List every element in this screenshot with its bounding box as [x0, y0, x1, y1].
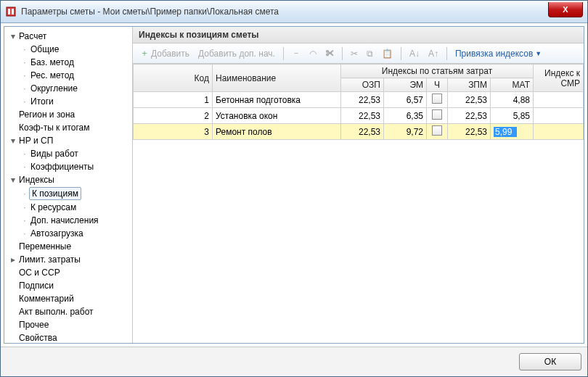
copy-button[interactable]: ⧉ — [364, 47, 376, 60]
expander-icon[interactable]: ▾ — [9, 135, 17, 146]
tree-node[interactable]: ·Округление — [6, 82, 131, 95]
tree-node[interactable]: ·К позициям — [6, 186, 131, 201]
tree-node[interactable]: ·Общие — [6, 43, 131, 56]
tree-node[interactable]: Акт выполн. работ — [6, 305, 131, 318]
checkbox-icon[interactable] — [432, 109, 442, 120]
erase-button[interactable]: ◠ — [306, 47, 319, 60]
app-icon — [5, 6, 17, 17]
table-row[interactable]: 2Установка окон22,536,3522,535,85 — [134, 108, 584, 124]
cell-name[interactable]: Ремонт полов — [213, 124, 341, 140]
cell-mat[interactable]: 4,88 — [491, 92, 534, 108]
col-header-code[interactable]: Код — [134, 65, 213, 92]
cell-smr[interactable] — [534, 108, 584, 124]
tree-bullet-icon: · — [20, 202, 29, 213]
col-header-group-idx[interactable]: Индексы по статьям затрат — [341, 65, 534, 78]
tree-node-label: Коэффициенты — [29, 161, 95, 173]
tree-node[interactable]: ▸Лимит. затраты — [6, 253, 131, 266]
cut-button[interactable]: ✂ — [348, 47, 361, 60]
cell-ozp[interactable]: 22,53 — [341, 92, 384, 108]
cell-name[interactable]: Установка окон — [213, 108, 341, 124]
tree-node[interactable]: ▾Расчет — [6, 30, 131, 43]
bind-indexes-button[interactable]: Привязка индексов ▼ — [452, 47, 544, 60]
checkbox-icon[interactable] — [432, 125, 442, 136]
tree-node-label: Баз. метод — [29, 57, 75, 68]
cell-code[interactable]: 3 — [134, 124, 213, 140]
cell-em[interactable]: 6,35 — [384, 108, 427, 124]
cell-code[interactable]: 1 — [134, 92, 213, 108]
tree-node[interactable]: Подписи — [6, 279, 131, 292]
cell-zpm[interactable]: 22,53 — [448, 124, 491, 140]
sort-desc-button[interactable]: A↑ — [425, 47, 441, 60]
toolbar-separator — [342, 47, 343, 60]
expander-icon[interactable]: ▸ — [9, 254, 17, 265]
checkbox-icon[interactable] — [432, 94, 442, 104]
minus-icon: － — [292, 47, 301, 59]
tree-node[interactable]: ·Виды работ — [6, 147, 131, 160]
cell-zpm[interactable]: 22,53 — [448, 92, 491, 108]
cell-ch[interactable] — [427, 92, 448, 108]
tree-bullet-icon: · — [20, 148, 29, 160]
cell-mat[interactable]: 5,85 — [491, 108, 534, 124]
cell-ch[interactable] — [427, 108, 448, 124]
tree-node[interactable]: ·Доп. начисления — [6, 214, 131, 227]
tree-node[interactable]: ОС и ССР — [6, 266, 131, 279]
tree-node-label: Округление — [29, 83, 79, 94]
tree-node[interactable]: ▾Индексы — [6, 173, 131, 186]
tree-bullet-icon: · — [20, 96, 29, 107]
tree-node-label: К ресурсам — [29, 202, 78, 213]
col-header-name[interactable]: Наименование — [213, 65, 341, 92]
col-header-ozp[interactable]: ОЗП — [341, 78, 384, 92]
tree-node[interactable]: ·Рес. метод — [6, 69, 131, 82]
nav-tree[interactable]: ▾Расчет·Общие·Баз. метод·Рес. метод·Окру… — [4, 27, 133, 343]
add-button[interactable]: ＋ Добавить — [137, 46, 192, 61]
cell-name[interactable]: Бетонная подготовка — [213, 92, 341, 108]
ok-button[interactable]: ОК — [519, 353, 581, 370]
col-header-zpm[interactable]: ЗПМ — [448, 78, 491, 92]
cell-mat[interactable]: 5,99 — [491, 124, 534, 140]
expander-icon[interactable]: ▾ — [9, 174, 17, 186]
tree-node[interactable]: ·Итоги — [6, 95, 131, 108]
tree-node[interactable]: ·Автозагрузка — [6, 227, 131, 240]
col-header-mat[interactable]: МАТ — [491, 78, 534, 92]
tree-node[interactable]: Комментарий — [6, 292, 131, 305]
cell-ch[interactable] — [427, 124, 448, 140]
cell-smr[interactable] — [534, 124, 584, 140]
sort-asc-button[interactable]: A↓ — [407, 47, 422, 60]
table-row[interactable]: 1Бетонная подготовка22,536,5722,534,88 — [134, 92, 584, 108]
add-dop-button[interactable]: Добавить доп. нач. — [195, 47, 278, 60]
tree-node-label: Коэф-ты к итогам — [17, 122, 91, 133]
paste-button[interactable]: 📋 — [379, 47, 396, 60]
tree-bullet-icon: · — [20, 215, 29, 226]
tree-node[interactable]: ▾НР и СП — [6, 134, 131, 147]
col-header-ch[interactable]: Ч — [427, 78, 448, 92]
tree-node[interactable]: Прочее — [6, 318, 131, 331]
col-header-smr[interactable]: Индекс к СМР — [534, 65, 584, 92]
tree-bullet-icon: · — [20, 188, 29, 199]
close-button[interactable]: X — [548, 2, 583, 17]
cell-ozp[interactable]: 22,53 — [341, 124, 384, 140]
tree-node[interactable]: Свойства — [6, 331, 131, 343]
tree-node[interactable]: ·Баз. метод — [6, 56, 131, 69]
tree-node[interactable]: ·К ресурсам — [6, 201, 131, 214]
tree-node[interactable]: ·Коэффициенты — [6, 160, 131, 173]
tree-node[interactable]: Коэф-ты к итогам — [6, 121, 131, 134]
cut-dop-button[interactable]: ✀ — [322, 47, 337, 60]
cell-em[interactable]: 9,72 — [384, 124, 427, 140]
cell-code[interactable]: 2 — [134, 108, 213, 124]
dialog-footer: ОК — [1, 347, 587, 376]
tree-node[interactable]: Регион и зона — [6, 108, 131, 121]
expander-icon[interactable]: ▾ — [9, 30, 17, 42]
cell-zpm[interactable]: 22,53 — [448, 108, 491, 124]
indexes-grid[interactable]: Код Наименование Индексы по статьям затр… — [133, 64, 584, 140]
tree-node-label: Комментарий — [17, 293, 75, 304]
cell-editor[interactable]: 5,99 — [494, 127, 517, 137]
tree-node[interactable]: Переменные — [6, 240, 131, 253]
tree-node-label: Прочее — [17, 319, 50, 331]
cell-em[interactable]: 6,57 — [384, 92, 427, 108]
cell-smr[interactable] — [534, 92, 584, 108]
delete-button[interactable]: － — [289, 46, 303, 61]
cell-ozp[interactable]: 22,53 — [341, 108, 384, 124]
col-header-em[interactable]: ЭМ — [384, 78, 427, 92]
table-row[interactable]: 3Ремонт полов22,539,7222,535,99 — [134, 124, 584, 140]
tree-bullet-icon: · — [20, 70, 29, 81]
